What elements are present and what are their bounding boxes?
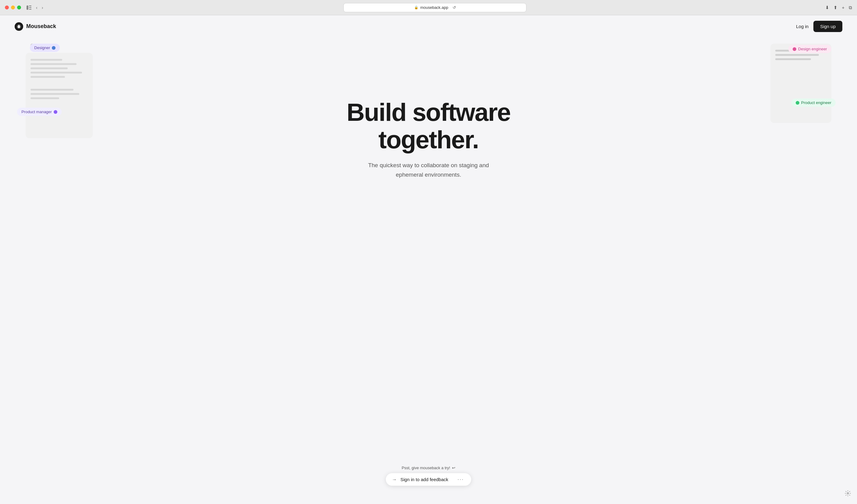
download-button[interactable]: ⬇	[825, 5, 829, 11]
logo-icon	[15, 22, 23, 31]
right-panel-mockup	[770, 44, 831, 123]
minimize-button[interactable]	[11, 5, 15, 10]
panel-line	[31, 93, 79, 95]
url-text: mouseback.app	[420, 5, 448, 10]
panel-line	[775, 54, 819, 56]
designer-label-text: Designer	[34, 46, 50, 50]
hero-subtitle: The quickest way to collaborate on stagi…	[362, 161, 495, 179]
signin-icon: →	[392, 477, 397, 482]
design-engineer-label: Design engineer	[788, 45, 831, 53]
left-panel-body	[26, 53, 93, 138]
logo: Mouseback	[15, 22, 56, 31]
panel-line	[31, 63, 76, 65]
tabs-overview-button[interactable]: ⧉	[849, 5, 852, 11]
feedback-bar: → Sign in to add feedback ···	[386, 473, 471, 486]
hero-title-line2: together.	[379, 126, 478, 153]
hero-title-line1: Build software	[347, 98, 510, 126]
hero-section: Designer Design engineer Product manager…	[0, 37, 857, 198]
settings-button[interactable]	[845, 490, 851, 498]
panel-line	[775, 58, 811, 60]
nav-arrows: ‹ ›	[34, 4, 45, 11]
panel-lines	[31, 59, 88, 99]
navbar: Mouseback Log in Sign up	[0, 15, 857, 37]
panel-line	[31, 67, 68, 69]
psst-label: Psst, give mouseback a try! ↩	[402, 466, 455, 470]
design-engineer-label-text: Design engineer	[798, 47, 827, 51]
panel-line	[31, 76, 65, 78]
svg-rect-0	[27, 5, 28, 10]
product-engineer-label-text: Product engineer	[801, 100, 831, 105]
address-bar-wrapper: 🔒 mouseback.app ↺	[48, 3, 822, 12]
hero-title: Build software together.	[347, 99, 510, 153]
svg-point-5	[847, 493, 849, 494]
designer-label: Designer	[30, 44, 60, 52]
panel-line	[31, 97, 59, 99]
reload-button[interactable]: ↺	[453, 5, 456, 10]
login-button[interactable]: Log in	[796, 24, 808, 29]
svg-rect-2	[29, 7, 31, 8]
nav-actions: Log in Sign up	[796, 21, 842, 32]
traffic-lights	[5, 5, 21, 10]
svg-rect-1	[29, 5, 31, 6]
lock-icon: 🔒	[414, 5, 418, 10]
product-engineer-dot	[796, 101, 800, 105]
right-panel-body	[770, 44, 831, 123]
close-button[interactable]	[5, 5, 9, 10]
browser-chrome: ‹ › 🔒 mouseback.app ↺ ⬇ ⬆ + ⧉	[0, 0, 857, 15]
browser-actions: ⬇ ⬆ + ⧉	[825, 5, 852, 11]
product-manager-label-text: Product manager	[21, 110, 52, 114]
svg-rect-3	[29, 9, 31, 10]
address-bar[interactable]: 🔒 mouseback.app ↺	[343, 3, 526, 12]
feedback-section: Psst, give mouseback a try! ↩ → Sign in …	[386, 466, 471, 486]
psst-text: Psst, give mouseback a try!	[402, 466, 450, 470]
left-panel-mockup	[26, 44, 93, 138]
sidebar-toggle-button[interactable]	[26, 4, 32, 11]
share-button[interactable]: ⬆	[834, 5, 838, 11]
design-engineer-dot	[793, 47, 796, 51]
hero-content: Build software together. The quickest wa…	[341, 99, 517, 198]
page: Mouseback Log in Sign up	[0, 15, 857, 504]
logo-text: Mouseback	[26, 23, 56, 30]
forward-button[interactable]: ›	[40, 4, 45, 11]
panel-line	[31, 89, 73, 90]
new-tab-button[interactable]: +	[842, 5, 844, 10]
maximize-button[interactable]	[17, 5, 21, 10]
panel-line	[31, 72, 82, 73]
more-button[interactable]: ···	[456, 476, 465, 483]
psst-icon: ↩	[452, 466, 455, 470]
signup-button[interactable]: Sign up	[813, 21, 842, 32]
back-button[interactable]: ‹	[34, 4, 39, 11]
signin-text: Sign in to add feedback	[400, 477, 453, 482]
designer-dot	[52, 46, 55, 50]
product-manager-dot	[54, 110, 57, 114]
product-engineer-label: Product engineer	[791, 99, 836, 107]
product-manager-label: Product manager	[17, 108, 62, 116]
panel-line	[31, 59, 62, 61]
